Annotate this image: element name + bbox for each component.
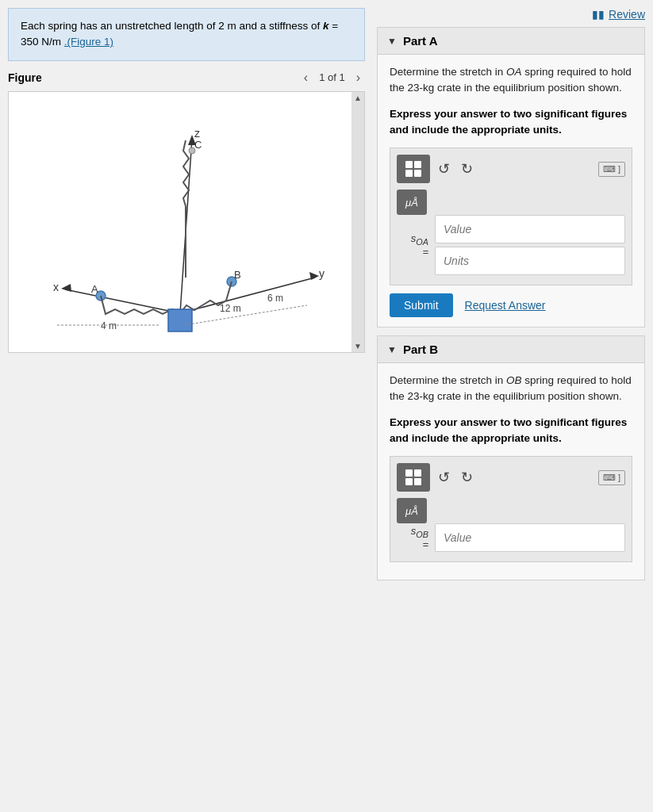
part-a-keyboard-button[interactable]: ⌨ ]	[598, 162, 625, 177]
part-b-variable-label: sOB =	[397, 525, 428, 551]
svg-marker-7	[61, 284, 71, 292]
part-b-toolbar-2: μÅ	[397, 498, 625, 523]
part-a-header: ▼ Part A	[378, 28, 644, 55]
part-a-value-input[interactable]	[435, 215, 625, 243]
part-b-undo-button[interactable]: ↺	[435, 467, 453, 488]
part-a-mu-icon: μÅ	[405, 197, 418, 209]
part-a-spring: OA	[506, 66, 522, 78]
part-a-request-answer-button[interactable]: Request Answer	[465, 299, 546, 312]
problem-text: Each spring has an unstretched length of…	[21, 20, 320, 32]
part-b-express: Express your answer to two significant f…	[390, 415, 632, 447]
part-a-section: ▼ Part A Determine the stretch in OA spr…	[377, 27, 645, 327]
svg-text:y: y	[319, 267, 325, 280]
svg-text:12 m: 12 m	[220, 303, 241, 314]
svg-text:4 m: 4 m	[101, 320, 117, 331]
scroll-down-icon[interactable]: ▼	[354, 342, 362, 350]
review-link[interactable]: Review	[609, 8, 645, 21]
part-b-answer-box: ↺ ↻ ⌨ ] μÅ sOB =	[390, 456, 632, 562]
part-a-redo-button[interactable]: ↻	[458, 159, 476, 179]
svg-line-3	[180, 278, 315, 313]
part-a-submit-row: Submit Request Answer	[390, 293, 632, 317]
part-a-body: Determine the stretch in OA spring requi…	[378, 55, 644, 327]
part-b-question: Determine the stretch in OB spring requi…	[390, 373, 632, 405]
part-b-header: ▼ Part B	[378, 336, 644, 363]
part-b-matrix-button[interactable]	[397, 463, 430, 492]
part-b-body: Determine the stretch in OB spring requi…	[378, 363, 644, 580]
part-b-q1: Determine the stretch in	[390, 374, 503, 386]
part-a-toolbar: ↺ ↻ ⌨ ]	[397, 155, 625, 183]
figure-counter: 1 of 1	[319, 71, 345, 83]
part-b-inputs-column	[435, 523, 625, 552]
svg-line-23	[184, 305, 307, 325]
part-b-mu-icon: μÅ	[405, 505, 418, 517]
part-b-mu-button[interactable]: μÅ	[397, 498, 427, 523]
figure-image-area: z y x O C A	[9, 92, 351, 352]
svg-text:A: A	[91, 283, 98, 295]
part-a-submit-button[interactable]: Submit	[390, 293, 453, 317]
part-a-inputs-column	[435, 215, 625, 275]
part-a-input-row: sOA =	[397, 215, 625, 275]
svg-text:z: z	[194, 127, 200, 140]
part-a-variable-sub: OA	[416, 236, 428, 246]
part-b-redo-button[interactable]: ↻	[458, 467, 476, 488]
svg-text:6 m: 6 m	[267, 293, 283, 304]
figure-ref: .(Figure 1)	[64, 36, 113, 48]
svg-text:C: C	[194, 139, 202, 151]
figure-svg: z y x O C A	[21, 99, 339, 345]
k-symbol: k	[323, 20, 329, 32]
figure-container: z y x O C A	[8, 91, 365, 353]
part-a-variable-label: sOA =	[397, 232, 428, 259]
review-icon: ▮▮	[592, 8, 605, 21]
part-a-toolbar-2: μÅ	[397, 190, 625, 215]
part-a-express: Express your answer to two significant f…	[390, 106, 632, 139]
part-a-units-input[interactable]	[435, 247, 625, 275]
figure-section: Figure ‹ 1 of 1 › z y	[8, 69, 365, 353]
part-b-keyboard-button[interactable]: ⌨ ]	[598, 470, 625, 485]
part-b-section: ▼ Part B Determine the stretch in OB spr…	[377, 335, 645, 580]
part-a-title: Part A	[403, 34, 438, 48]
part-b-title: Part B	[403, 343, 438, 356]
problem-statement: Each spring has an unstretched length of…	[8, 8, 365, 61]
figure-next-button[interactable]: ›	[351, 69, 365, 86]
part-b-variable-sub: OB	[416, 529, 428, 538]
svg-text:B: B	[234, 269, 241, 281]
part-a-collapse-arrow[interactable]: ▼	[387, 36, 397, 47]
part-a-undo-button[interactable]: ↺	[435, 159, 453, 179]
svg-text:x: x	[53, 281, 59, 293]
part-a-q1: Determine the stretch in	[390, 66, 503, 78]
part-b-toolbar: ↺ ↻ ⌨ ]	[397, 463, 625, 492]
figure-prev-button[interactable]: ‹	[299, 69, 313, 86]
part-a-matrix-button[interactable]	[397, 155, 430, 183]
part-a-question: Determine the stretch in OA spring requi…	[390, 64, 632, 97]
figure-nav: ‹ 1 of 1 ›	[299, 69, 365, 86]
part-a-answer-box: ↺ ↻ ⌨ ] μÅ sOA =	[390, 147, 632, 285]
part-b-input-row: sOB =	[397, 523, 625, 552]
svg-marker-4	[309, 272, 319, 280]
svg-line-6	[65, 289, 180, 313]
part-b-spring: OB	[506, 374, 522, 386]
figure-scrollbar[interactable]: ▲ ▼	[351, 92, 364, 352]
review-section: ▮▮ Review	[377, 8, 645, 21]
part-b-value-input[interactable]	[435, 523, 625, 552]
scroll-up-icon[interactable]: ▲	[354, 94, 362, 102]
svg-rect-18	[168, 309, 192, 331]
part-a-mu-button[interactable]: μÅ	[397, 190, 427, 215]
figure-title: Figure	[8, 71, 42, 84]
part-b-collapse-arrow[interactable]: ▼	[387, 344, 397, 355]
